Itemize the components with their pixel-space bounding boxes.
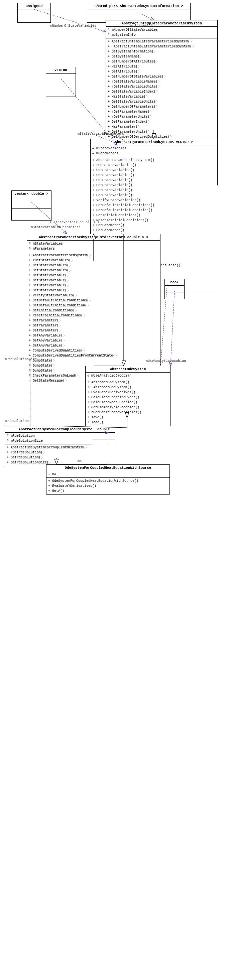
abstract-ode-attrs: # mUseAnalyticJacobian: [86, 372, 170, 379]
vector-double-section1: [12, 197, 51, 209]
svg-line-14: [171, 291, 174, 366]
shared-ptr-title: shared_ptr< AbstractOdeSystemInformation…: [87, 3, 190, 10]
label-mpsysteminfo: mpSystemInfo: [130, 24, 155, 28]
label-std-vector: < std::vector< double > >: [50, 221, 100, 224]
ode-heat-title: OdeSystemForCoupledHeatEquationWithSourc…: [46, 465, 169, 471]
label-mparameters2: mParameters: [59, 226, 81, 229]
abstract-ode-methods: + AbstractOdeSystem() + ~AbstractOdeSyst…: [86, 379, 170, 426]
label-mpdesolution: mPdeSolution: [5, 419, 29, 423]
vector-section1: [46, 73, 75, 85]
double-title: double: [92, 426, 115, 433]
bool-box: bool: [165, 279, 185, 299]
bool-title: bool: [165, 279, 184, 286]
ode-heat-box: OdeSystemForCoupledHeatEquationWithSourc…: [46, 465, 170, 495]
label-museanalyticjacobian: mUseAnalyticJacobian: [146, 359, 186, 363]
vector-box: VECTOR: [46, 67, 76, 97]
shared-ptr-section1: [87, 10, 190, 16]
abstract-untemplated-title: AbstractUntemplatedParameterisedSystem: [106, 21, 217, 27]
vector-double-title: vector< double >: [12, 191, 51, 197]
ode-heat-attrs: - mA: [46, 471, 169, 478]
bool-section2: [165, 292, 184, 299]
double-section1: [92, 433, 115, 439]
abstract-param-double-title: AbstractParameterisedSystem< std::vector…: [27, 234, 160, 240]
vector-title: VECTOR: [46, 67, 75, 73]
abstract-param-double-attrs: # mStateVariables # mParameters: [27, 240, 160, 252]
label-mnumberofstatevariables: mNumberOfStateVariables: [50, 24, 96, 28]
double-box: double: [92, 426, 115, 446]
label-ma: mA: [78, 460, 81, 463]
unsigned-box: unsigned: [18, 3, 51, 23]
unsigned-section2: [18, 16, 51, 22]
unsigned-title: unsigned: [18, 3, 51, 10]
label-mpdesolutionsize: mPdeSolutionSize: [5, 358, 37, 361]
ode-heat-methods: + OdeSystemForCoupledHeatEquationWithSou…: [46, 478, 169, 494]
abstract-param-vector-attrs: # mStateVariables # mParameters: [91, 145, 217, 157]
abstract-ode-title: AbstractOdeSystem: [86, 366, 170, 372]
bool-section1: [165, 286, 184, 292]
vector-double-section2: [12, 209, 51, 220]
double-section2: [92, 439, 115, 446]
vector-section2: [46, 85, 75, 97]
abstract-param-double-methods: + AbstractParameterisedSystem() + rGetSt…: [27, 252, 160, 384]
abstract-param-double-box: AbstractParameterisedSystem< std::vector…: [27, 234, 160, 384]
shared-ptr-box: shared_ptr< AbstractOdeSystemInformation…: [87, 3, 190, 23]
unsigned-section1: [18, 10, 51, 16]
vector-double-box: vector< double >: [11, 191, 51, 221]
abstract-param-vector-title: AbstractParameterisedSystem< VECTOR >: [91, 139, 217, 145]
abstract-untemplated-attrs: # mNumberOfStateVariables # mpSystemInfo: [106, 27, 217, 38]
label-mparameters1: mParameters: [102, 132, 124, 136]
abstract-ode-box: AbstractOdeSystem # mUseAnalyticJacobian…: [85, 366, 171, 426]
abstract-ode-coupled-methods: + AbstractOdeSystemForCoupledPdeSystem()…: [5, 444, 108, 466]
label-mstatevariables2: mStateVariables: [31, 226, 61, 229]
